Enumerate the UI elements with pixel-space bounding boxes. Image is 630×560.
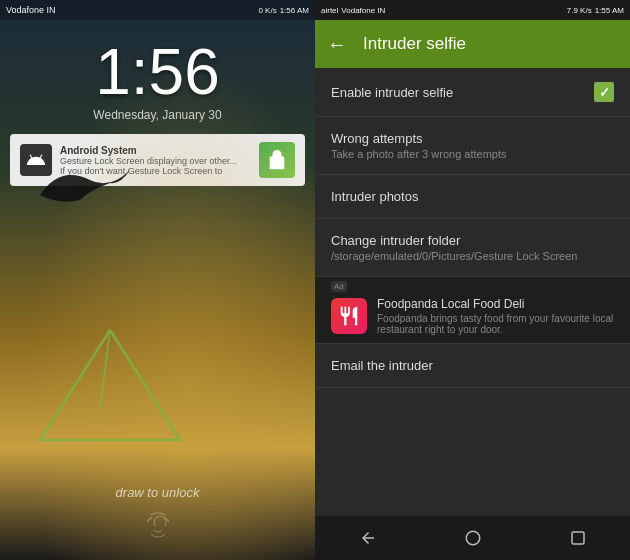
gesture-drawing (20, 310, 200, 470)
back-button[interactable]: ← (327, 33, 347, 56)
lock-screen-panel: Vodafone IN 0 K/s 1:56 AM 1:56 Wednesday… (0, 0, 315, 560)
bird-silhouette (30, 155, 150, 225)
settings-panel: airtel Vodafone IN 7.9 K/s 1:55 AM ← Int… (315, 0, 630, 560)
settings-item-email-title: Email the intruder (331, 358, 614, 373)
ad-label: Ad (331, 281, 347, 292)
svg-point-1 (466, 531, 480, 545)
settings-item-change-folder[interactable]: Change intruder folder /storage/emulated… (315, 219, 630, 277)
fingerprint-icon[interactable] (143, 510, 173, 540)
right-status-left: airtel Vodafone IN (321, 6, 385, 15)
settings-item-email[interactable]: Email the intruder (315, 344, 630, 388)
settings-item-enable[interactable]: Enable intruder selfie (315, 68, 630, 117)
left-status-icons: 0 K/s 1:56 AM (258, 6, 309, 15)
settings-item-photos-title: Intruder photos (331, 189, 614, 204)
left-speed: 0 K/s (258, 6, 276, 15)
left-carrier: Vodafone IN (6, 5, 56, 15)
right-status-right: 7.9 K/s 1:55 AM (567, 6, 624, 15)
settings-item-email-content: Email the intruder (331, 358, 614, 373)
settings-item-wrong-subtitle: Take a photo after 3 wrong attempts (331, 148, 614, 160)
left-time: 1:56 AM (280, 6, 309, 15)
ad-app-icon (331, 298, 367, 334)
right-time: 1:55 AM (595, 6, 624, 15)
settings-item-folder-title: Change intruder folder (331, 233, 614, 248)
settings-item-enable-title: Enable intruder selfie (331, 85, 594, 100)
settings-item-folder-content: Change intruder folder /storage/emulated… (331, 233, 614, 262)
recents-nav-button[interactable] (558, 518, 598, 558)
clock-time: 1:56 (0, 40, 315, 104)
notification-title: Android System (60, 145, 251, 156)
settings-item-intruder-photos[interactable]: Intruder photos (315, 175, 630, 219)
settings-item-wrong-title: Wrong attempts (331, 131, 614, 146)
home-nav-button[interactable] (453, 518, 493, 558)
right-carrier: airtel (321, 6, 338, 15)
back-nav-button[interactable] (348, 518, 388, 558)
ad-subtitle: Foodpanda brings tasty food from your fa… (377, 313, 614, 335)
settings-item-enable-content: Enable intruder selfie (331, 85, 594, 100)
right-carrier2: Vodafone IN (341, 6, 385, 15)
scroll-arrow (269, 155, 285, 169)
ad-text: Foodpanda Local Food Deli Foodpanda brin… (377, 297, 614, 335)
bottom-nav (315, 516, 630, 560)
top-bar: ← Intruder selfie (315, 20, 630, 68)
enable-checkbox[interactable] (594, 82, 614, 102)
left-status-bar: Vodafone IN 0 K/s 1:56 AM (0, 0, 315, 20)
clock-date: Wednesday, January 30 (0, 108, 315, 122)
settings-item-photos-content: Intruder photos (331, 189, 614, 204)
right-speed: 7.9 K/s (567, 6, 592, 15)
clock-area: 1:56 Wednesday, January 30 (0, 40, 315, 122)
settings-item-wrong-attempts-content: Wrong attempts Take a photo after 3 wron… (331, 131, 614, 160)
ad-banner: Ad Foodpanda Local Food Deli Foodpanda b… (315, 277, 630, 344)
svg-rect-2 (572, 532, 584, 544)
settings-list: Enable intruder selfie Wrong attempts Ta… (315, 68, 630, 516)
page-title: Intruder selfie (363, 34, 466, 54)
settings-item-folder-subtitle: /storage/emulated/0/Pictures/Gesture Loc… (331, 250, 614, 262)
settings-item-wrong-attempts[interactable]: Wrong attempts Take a photo after 3 wron… (315, 117, 630, 175)
draw-to-unlock-label: draw to unlock (0, 485, 315, 500)
right-status-bar: airtel Vodafone IN 7.9 K/s 1:55 AM (315, 0, 630, 20)
ad-title: Foodpanda Local Food Deli (377, 297, 614, 311)
ad-content[interactable]: Foodpanda Local Food Deli Foodpanda brin… (331, 297, 614, 335)
